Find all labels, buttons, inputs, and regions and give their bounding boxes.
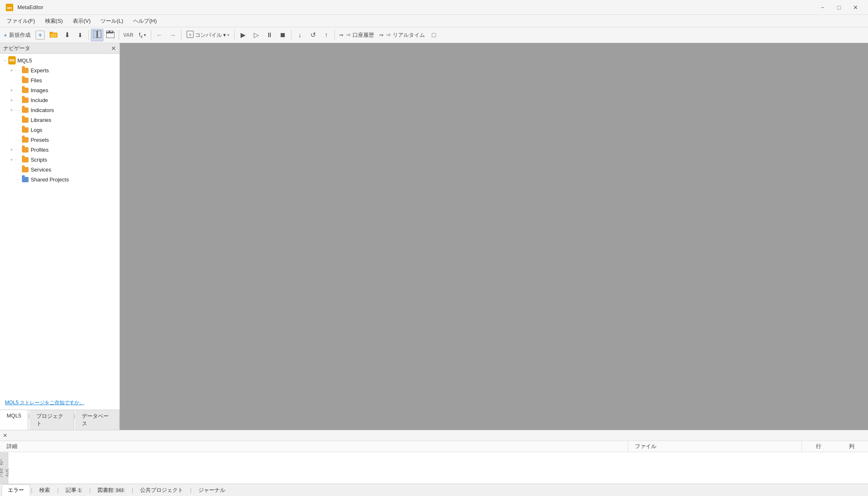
- window-controls: − □ ✕: [815, 2, 863, 13]
- tree-label-indicators: Indicators: [31, 107, 54, 113]
- debug-stop-button[interactable]: ⏹: [277, 29, 289, 41]
- main-layout: ナビゲータ ✕ − M5 MQL5 + ··· Experts: [0, 43, 868, 496]
- account-history-button[interactable]: ⇒ ⇒ 口座履歴: [337, 29, 376, 41]
- bottom-tab-article[interactable]: 記事1: [60, 484, 88, 496]
- open-button[interactable]: [48, 29, 60, 41]
- side-label[interactable]: ツールボックス: [0, 452, 8, 484]
- bottom-tab-search[interactable]: 検索: [33, 484, 56, 496]
- folder-icon-experts: [21, 67, 29, 74]
- tree-item-presets[interactable]: ··· Presets: [0, 135, 119, 145]
- plus-icon: +: [36, 31, 45, 40]
- debug-pause-button[interactable]: ⏸: [263, 29, 276, 41]
- fx-button[interactable]: fx ▾: [136, 29, 149, 41]
- bottom-tab-article-label: 記事: [66, 487, 76, 493]
- folder-icon-presets: [21, 136, 29, 143]
- bottom-tab-public[interactable]: 公共プロジェクト: [134, 484, 189, 496]
- expand-profiles[interactable]: +: [8, 146, 15, 153]
- tree-label-profiles: Profiles: [31, 147, 48, 153]
- expand-images[interactable]: +: [8, 87, 15, 93]
- window-button[interactable]: □: [428, 29, 440, 41]
- tree-item-services[interactable]: ··· Services: [0, 165, 119, 174]
- bottom-tab-error[interactable]: エラー: [2, 484, 30, 496]
- bottom-content: [8, 452, 868, 484]
- nav-tab-database[interactable]: データベース: [75, 410, 119, 430]
- tree-item-indicators[interactable]: + ··· Indicators: [0, 105, 119, 115]
- forward-button[interactable]: →: [167, 29, 179, 41]
- tree-item-profiles[interactable]: + ··· Profiles: [0, 145, 119, 155]
- expand-scripts[interactable]: +: [8, 156, 15, 163]
- bottom-columns: 詳細 ファイル 行 列: [0, 441, 868, 452]
- col-detail: 詳細: [0, 441, 628, 452]
- sep6: [291, 30, 291, 40]
- col-line: 行: [802, 441, 835, 452]
- var-button[interactable]: VAR: [121, 29, 135, 41]
- bottom-close-button[interactable]: ✕: [0, 431, 10, 441]
- realtime-button[interactable]: ⇒ ⇒ リアルタイム: [377, 29, 427, 41]
- storage-link[interactable]: MQL5 ストレージをご存知ですか。: [0, 396, 119, 410]
- navigator-close-button[interactable]: ✕: [111, 45, 116, 51]
- tree-item-include[interactable]: + ··· Include: [0, 95, 119, 105]
- tree-label-files: Files: [31, 77, 42, 83]
- step-into-button[interactable]: ↓: [293, 29, 306, 41]
- bottom-tab-journal[interactable]: ジャーナル: [192, 484, 231, 496]
- step-out-button[interactable]: ↑: [320, 29, 332, 41]
- tree-item-libraries[interactable]: ··· Libraries: [0, 115, 119, 125]
- col-col: 列: [835, 441, 868, 452]
- expand-include[interactable]: +: [8, 97, 15, 103]
- debug-start2-button[interactable]: ▷: [250, 29, 262, 41]
- tree-item-scripts[interactable]: + ··· Scripts: [0, 155, 119, 165]
- folder-icon-logs: [21, 126, 29, 134]
- new-plus-button[interactable]: +: [33, 29, 47, 41]
- bottom-tab-library[interactable]: 図書館343: [91, 484, 131, 496]
- tree-root-label: MQL5: [17, 57, 32, 64]
- step-out-icon: ↑: [324, 31, 328, 39]
- expand-experts[interactable]: +: [8, 67, 15, 74]
- tree-item-files[interactable]: ··· Files: [0, 75, 119, 85]
- tree-label-libraries: Libraries: [31, 117, 51, 123]
- menu-view[interactable]: 表示(V): [68, 16, 95, 26]
- play-outline-icon: ▷: [254, 31, 259, 39]
- title-bar: M5 MetaEditor − □ ✕: [0, 0, 868, 15]
- sep4: [181, 30, 181, 40]
- tree-expand-mql5[interactable]: −: [2, 57, 8, 64]
- new-button[interactable]: + 新規作成: [2, 29, 33, 41]
- tree-item-experts[interactable]: + ··· Experts: [0, 65, 119, 75]
- minimize-button[interactable]: −: [815, 2, 830, 13]
- stop-icon: ⏹: [279, 31, 286, 39]
- tree-item-logs[interactable]: ··· Logs: [0, 125, 119, 135]
- view-tab-button[interactable]: [104, 29, 117, 41]
- bottom-tab-sep2: |: [56, 485, 59, 495]
- navigator-panel: ナビゲータ ✕ − M5 MQL5 + ··· Experts: [0, 43, 120, 430]
- app-icon: M5: [5, 3, 14, 12]
- nav-tab-mql5[interactable]: MQL5: [0, 410, 28, 430]
- tree-item-shared-projects[interactable]: ··· Shared Projects: [0, 174, 119, 184]
- step-over-button[interactable]: ↺: [307, 29, 319, 41]
- dots-profiles: ···: [15, 147, 20, 152]
- back-button[interactable]: ←: [153, 29, 166, 41]
- save-all-button[interactable]: ⬇: [74, 29, 86, 41]
- tab-view-icon: [106, 31, 114, 39]
- bottom-header: ✕: [0, 430, 868, 441]
- nav-tab-projects[interactable]: プロジェクト: [30, 410, 74, 430]
- var-label: VAR: [123, 32, 133, 38]
- close-button[interactable]: ✕: [848, 2, 863, 13]
- view-split-button[interactable]: [91, 29, 103, 41]
- tree-label-shared-projects: Shared Projects: [31, 176, 69, 183]
- svg-rect-4: [50, 33, 57, 37]
- tree-root-mql5[interactable]: − M5 MQL5: [0, 55, 119, 65]
- expand-indicators[interactable]: +: [8, 107, 15, 113]
- bottom-tab-sep1: |: [30, 485, 33, 495]
- maximize-button[interactable]: □: [832, 2, 847, 13]
- menu-search[interactable]: 検索(S): [40, 16, 68, 26]
- save-icon: ⬇: [64, 31, 70, 39]
- menu-file[interactable]: ファイル(F): [2, 16, 40, 26]
- folder-icon-services: [21, 166, 29, 173]
- compile-button[interactable]: ≡ コンパイル ▾ ▾: [184, 29, 233, 41]
- menu-help[interactable]: ヘルプ(H): [128, 16, 162, 26]
- menu-tools[interactable]: ツール(L): [95, 16, 128, 26]
- compile-label: コンパイル ▾: [195, 31, 227, 39]
- tree-item-images[interactable]: + ··· Images: [0, 85, 119, 95]
- save-button[interactable]: ⬇: [61, 29, 73, 41]
- navigator-tabs: MQL5 | プロジェクト | データベース: [0, 410, 119, 430]
- debug-start-button[interactable]: ▶: [237, 29, 249, 41]
